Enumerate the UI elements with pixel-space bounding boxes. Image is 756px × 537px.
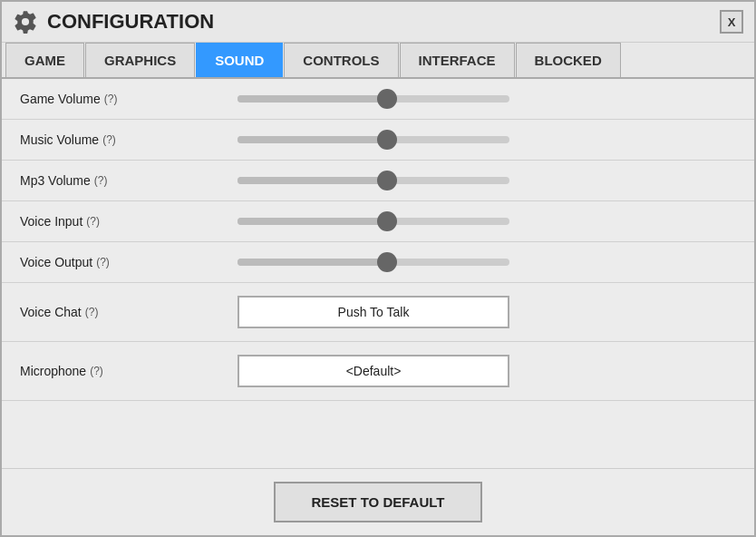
tab-controls[interactable]: CONTROLS	[284, 43, 398, 77]
voice-output-slider-container	[237, 259, 736, 266]
tab-bar: GAME GRAPHICS SOUND CONTROLS INTERFACE B…	[2, 43, 754, 79]
voice-input-track[interactable]	[237, 218, 509, 225]
game-volume-track[interactable]	[237, 95, 509, 103]
voice-chat-help[interactable]: (?)	[85, 306, 99, 318]
footer: RESET TO DEFAULT	[2, 468, 754, 535]
microphone-help[interactable]: (?)	[90, 365, 103, 377]
tab-interface[interactable]: INTERFACE	[400, 43, 515, 77]
voice-output-track[interactable]	[237, 259, 509, 266]
gear-icon	[13, 9, 38, 34]
voice-chat-label: Voice Chat (?)	[20, 305, 237, 319]
tab-blocked[interactable]: BLOCKED	[516, 43, 621, 77]
game-volume-slider-container	[237, 95, 736, 103]
microphone-dropdown[interactable]: <Default>	[237, 355, 509, 387]
configuration-window: CONFIGURATION X GAME GRAPHICS SOUND CONT…	[0, 0, 756, 537]
voice-input-row: Voice Input (?)	[2, 201, 754, 242]
voice-chat-control: Push To Talk	[237, 296, 736, 328]
window-title: CONFIGURATION	[47, 10, 214, 34]
mp3-volume-slider-container	[237, 177, 736, 184]
title-bar: CONFIGURATION X	[2, 2, 754, 43]
mp3-volume-track[interactable]	[237, 177, 509, 184]
microphone-control: <Default>	[237, 355, 736, 387]
music-volume-track[interactable]	[237, 136, 509, 143]
close-button[interactable]: X	[720, 10, 743, 34]
voice-output-label: Voice Output (?)	[20, 255, 237, 269]
game-volume-label: Game Volume (?)	[20, 92, 237, 106]
title-bar-left: CONFIGURATION	[13, 9, 214, 34]
voice-chat-dropdown[interactable]: Push To Talk	[237, 296, 509, 328]
microphone-row: Microphone (?) <Default>	[2, 342, 754, 401]
voice-chat-row: Voice Chat (?) Push To Talk	[2, 283, 754, 342]
voice-input-help[interactable]: (?)	[86, 215, 100, 228]
settings-content: Game Volume (?) Music Volume (?)	[2, 79, 754, 468]
voice-input-label: Voice Input (?)	[20, 214, 237, 229]
mp3-volume-label: Mp3 Volume (?)	[20, 173, 237, 188]
voice-output-help[interactable]: (?)	[96, 256, 110, 268]
tab-sound[interactable]: SOUND	[196, 43, 283, 77]
mp3-volume-row: Mp3 Volume (?)	[2, 161, 754, 201]
game-volume-row: Game Volume (?)	[2, 79, 754, 120]
music-volume-slider-container	[237, 136, 736, 143]
voice-output-row: Voice Output (?)	[2, 242, 754, 283]
music-volume-row: Music Volume (?)	[2, 120, 754, 161]
music-volume-help[interactable]: (?)	[102, 133, 116, 146]
game-volume-help[interactable]: (?)	[104, 93, 118, 105]
reset-to-default-button[interactable]: RESET TO DEFAULT	[274, 482, 483, 522]
mp3-volume-help[interactable]: (?)	[94, 174, 108, 187]
music-volume-label: Music Volume (?)	[20, 132, 237, 147]
voice-input-slider-container	[237, 218, 736, 225]
tab-game[interactable]: GAME	[5, 43, 84, 77]
microphone-label: Microphone (?)	[20, 364, 237, 378]
tab-graphics[interactable]: GRAPHICS	[85, 43, 195, 77]
